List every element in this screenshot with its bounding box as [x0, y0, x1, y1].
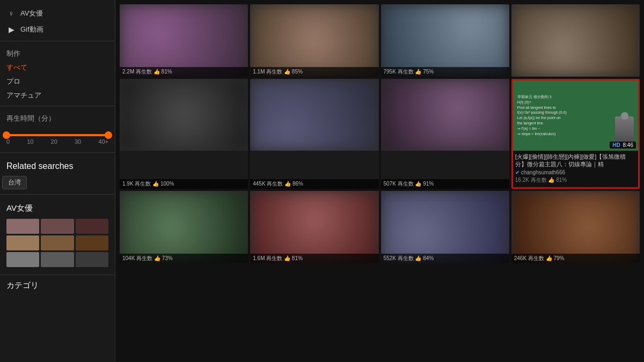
swatch-6[interactable]	[76, 235, 108, 250]
production-title: 制作	[0, 45, 115, 61]
slider-label-10: 10	[27, 138, 33, 145]
thumb-image-3	[381, 4, 509, 77]
thumb-image-1	[120, 4, 248, 77]
video-stats-7: 507K 再生数 👍 91%	[381, 179, 509, 189]
video-card-4[interactable]	[511, 4, 640, 77]
video-card-5[interactable]: 1.9K 再生数 👍 100%	[120, 79, 248, 189]
slider-label-30: 30	[75, 138, 81, 145]
video-thumb-7	[381, 79, 509, 151]
main-content: 2.2M 再生数 👍 81% 1.1M 再生数 👍 85% 795K 再生数 👍…	[115, 0, 644, 362]
slider-labels: 0 10 20 30 40+	[6, 138, 108, 145]
divider-1	[0, 41, 115, 41]
video-card-9[interactable]: 104K 再生数 👍 73%	[120, 191, 248, 263]
thumb-image-4	[511, 4, 640, 77]
video-stats-1: 2.2M 再生数 👍 81%	[120, 67, 248, 77]
video-info-math: [火爆][偷情][師生戀][內褲][做愛]【張旭微積分】微分篇主題八：切線專論｜…	[513, 151, 638, 188]
swatch-3[interactable]	[76, 219, 108, 234]
slider-thumb-left[interactable]	[3, 131, 10, 139]
video-card-1[interactable]: 2.2M 再生数 👍 81%	[120, 4, 248, 77]
sidebar-item-gif[interactable]: ▶ Gif動画	[0, 21, 115, 38]
tag-taiwan[interactable]: 台湾	[2, 176, 27, 189]
divider-4	[0, 194, 115, 195]
color-swatches	[0, 217, 115, 271]
slider-fill	[6, 134, 108, 136]
video-title-math: [火爆][偷情][師生戀][內褲][做愛]【張旭微積分】微分篇主題八：切線專論｜…	[515, 153, 636, 168]
sidebar-item-av-women[interactable]: ♀ AV女優	[0, 5, 115, 21]
video-thumb-5	[120, 79, 248, 151]
video-card-7[interactable]: 507K 再生数 👍 91%	[381, 79, 509, 189]
video-card-12[interactable]: 246K 再生数 👍 79%	[511, 191, 640, 263]
video-stats-5: 1.9K 再生数 👍 100%	[120, 179, 248, 189]
gif-icon: ▶	[6, 25, 16, 34]
video-thumb-12	[511, 191, 640, 263]
swatch-5[interactable]	[41, 235, 74, 250]
video-thumb-6	[250, 79, 378, 151]
video-grid: 2.2M 再生数 👍 81% 1.1M 再生数 👍 85% 795K 再生数 👍…	[118, 2, 642, 265]
duration-label: 8:46	[623, 142, 633, 148]
related-tags: 台湾	[0, 174, 115, 191]
video-stats-math: 16.2K 再生数 👍 81%	[515, 176, 636, 184]
video-thumb-1	[120, 4, 248, 77]
swatch-9[interactable]	[76, 252, 108, 267]
thumb-image-12	[511, 191, 640, 263]
math-board-text: 早期単元 積分動利３ H(t) (0)= Find all tangent li…	[517, 94, 615, 136]
thumb-image-5	[120, 79, 248, 151]
thumb-image-7	[381, 79, 509, 151]
video-card-6[interactable]: 445K 再生数 👍 86%	[250, 79, 378, 189]
video-thumb-2	[250, 4, 378, 77]
av-section-title: AV女優	[0, 198, 115, 217]
filter-amateur[interactable]: アマチュア	[0, 88, 115, 102]
swatch-1[interactable]	[6, 219, 39, 234]
divider-2	[0, 106, 115, 106]
sidebar-item-gif-label: Gif動画	[20, 25, 43, 34]
thumb-image-2	[250, 4, 378, 77]
video-thumb-4	[511, 4, 640, 77]
video-card-2[interactable]: 1.1M 再生数 👍 85%	[250, 4, 378, 77]
math-person-figure	[615, 83, 634, 149]
slider-label-0: 0	[6, 138, 10, 145]
slider-label-20: 20	[51, 138, 57, 145]
video-card-3[interactable]: 795K 再生数 👍 75%	[381, 4, 509, 77]
sidebar-item-av-label: AV女優	[20, 9, 43, 18]
video-card-10[interactable]: 1.6M 再生数 👍 81%	[250, 191, 378, 263]
duration-slider-container[interactable]: 0 10 20 30 40+	[0, 125, 115, 149]
slider-thumb-right[interactable]	[105, 131, 112, 139]
video-stats-3: 795K 再生数 👍 75%	[381, 67, 509, 77]
check-icon: ✔	[515, 169, 519, 175]
filter-pro[interactable]: プロ	[0, 75, 115, 88]
divider-3	[0, 152, 115, 153]
video-card-11[interactable]: 552K 再生数 👍 84%	[381, 191, 509, 263]
video-thumb-3	[381, 4, 509, 77]
video-thumb-math: 早期単元 積分動利３ H(t) (0)= Find all tangent li…	[513, 80, 638, 151]
hd-label: HD	[612, 142, 620, 148]
video-stats-11: 552K 再生数 👍 84%	[381, 254, 509, 263]
video-stats-9: 104K 再生数 👍 73%	[120, 254, 248, 263]
video-thumb-11	[381, 191, 509, 263]
video-stats-2: 1.1M 再生数 👍 85%	[250, 67, 378, 77]
swatch-4[interactable]	[6, 235, 39, 250]
related-searches-title: Related searches	[0, 156, 115, 174]
hd-duration-badge: HD 8:46	[610, 142, 636, 149]
duration-title: 再生時間（分）	[0, 109, 115, 125]
video-thumb-10	[250, 191, 378, 263]
thumb-image-9	[120, 191, 248, 263]
video-channel-math: ✔ changhsumath666	[515, 169, 636, 175]
category-title: カテゴリ	[0, 275, 115, 294]
slider-track	[6, 134, 108, 136]
swatch-2[interactable]	[41, 219, 74, 234]
channel-name: changhsumath666	[521, 169, 565, 175]
video-card-math[interactable]: 早期単元 積分動利３ H(t) (0)= Find all tangent li…	[511, 79, 640, 189]
av-women-icon: ♀	[6, 9, 16, 18]
sidebar: ♀ AV女優 ▶ Gif動画 制作 すべて プロ アマチュア 再生時間（分） 0…	[0, 0, 115, 362]
video-stats-10: 1.6M 再生数 👍 81%	[250, 254, 378, 263]
video-thumb-9	[120, 191, 248, 263]
swatch-8[interactable]	[41, 252, 74, 267]
filter-all[interactable]: すべて	[0, 61, 115, 75]
video-stats-12: 246K 再生数 👍 79%	[511, 254, 640, 263]
math-thumb-content: 早期単元 積分動利３ H(t) (0)= Find all tangent li…	[513, 80, 638, 151]
video-stats-6: 445K 再生数 👍 86%	[250, 179, 378, 189]
slider-label-40: 40+	[98, 138, 108, 145]
thumb-image-6	[250, 79, 378, 151]
thumb-image-11	[381, 191, 509, 263]
swatch-7[interactable]	[6, 252, 39, 267]
